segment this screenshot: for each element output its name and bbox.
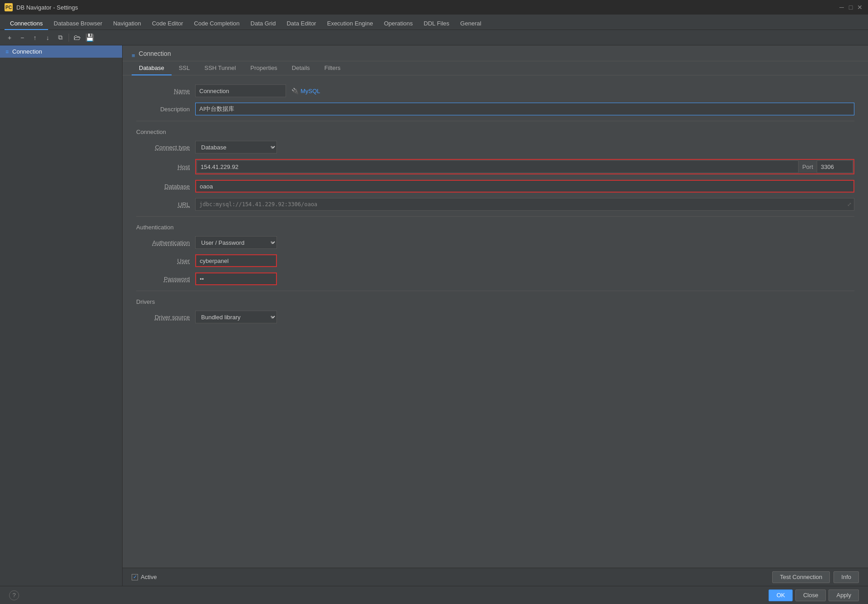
url-row: URL ⤢ [136, 198, 854, 211]
description-row: Description [136, 103, 854, 115]
close-button[interactable]: ✕ [856, 4, 863, 11]
content-area: ≡ Connection Database SSL SSH Tunnel Pro… [123, 45, 868, 586]
url-wrapper: ⤢ [195, 198, 854, 211]
sub-tab-ssh-tunnel[interactable]: SSH Tunnel [197, 61, 243, 75]
host-port-group: Port [195, 159, 854, 174]
tab-connections[interactable]: Connections [5, 18, 48, 30]
driver-source-label: Driver source [136, 314, 195, 321]
title-bar-left: PC DB Navigator - Settings [5, 3, 78, 11]
url-label: URL [136, 201, 195, 208]
toolbar: + − ↑ ↓ ⧉ 🗁 💾 [0, 30, 868, 45]
active-checkbox[interactable] [132, 574, 138, 580]
main-layout: ≡ Connection ≡ Connection Database SSL S… [0, 45, 868, 586]
test-connection-button[interactable]: Test Connection [772, 571, 830, 583]
password-input[interactable] [195, 272, 277, 285]
apply-button[interactable]: Apply [829, 589, 859, 601]
driver-source-select[interactable]: Bundled library [195, 311, 277, 323]
tab-general[interactable]: General [455, 18, 487, 30]
driver-source-row: Driver source Bundled library [136, 311, 854, 323]
authentication-row: Authentication User / Password [136, 236, 854, 249]
tab-navigation[interactable]: Navigation [108, 18, 146, 30]
info-button[interactable]: Info [833, 571, 859, 583]
tab-code-completion[interactable]: Code Completion [188, 18, 245, 30]
port-input[interactable] [817, 160, 853, 173]
active-label: Active [141, 574, 157, 580]
sidebar: ≡ Connection [0, 45, 123, 586]
user-input[interactable] [195, 254, 277, 267]
connect-type-select-wrapper: Database [195, 141, 277, 153]
close-dialog-button[interactable]: Close [795, 589, 826, 601]
name-input[interactable] [195, 84, 286, 97]
minimize-button[interactable]: ─ [838, 4, 845, 11]
connection-section-header: Connection [136, 129, 854, 135]
tab-data-editor[interactable]: Data Editor [281, 18, 321, 30]
divider-3 [136, 291, 854, 291]
description-input[interactable] [195, 103, 854, 115]
connect-type-label: Connect type [136, 144, 195, 151]
sub-tab-ssl[interactable]: SSL [172, 61, 197, 75]
bottom-right: Test Connection Info [772, 571, 859, 583]
main-tab-bar: Connections Database Browser Navigation … [0, 15, 868, 30]
sub-tab-filters[interactable]: Filters [317, 61, 348, 75]
description-label: Description [136, 106, 195, 113]
sub-tab-details[interactable]: Details [285, 61, 317, 75]
database-input[interactable] [195, 180, 854, 193]
expand-icon[interactable]: ⤢ [847, 201, 852, 208]
action-buttons: OK Close Apply [769, 589, 859, 601]
divider-2 [136, 216, 854, 217]
url-input[interactable] [195, 198, 854, 211]
tab-operations[interactable]: Operations [379, 18, 419, 30]
host-row: Host Port [136, 159, 854, 174]
save-button[interactable]: 💾 [84, 32, 96, 43]
connection-icon: ≡ [5, 49, 9, 55]
driver-source-select-wrapper: Bundled library [195, 311, 277, 323]
database-row: Database [136, 180, 854, 193]
sub-tab-bar: Database SSL SSH Tunnel Properties Detai… [123, 61, 868, 75]
window-title: DB Navigator - Settings [16, 4, 78, 11]
user-label: User [136, 257, 195, 264]
db-type-label: 🔌 MySQL [291, 88, 320, 94]
database-label: Database [136, 183, 195, 190]
user-row: User [136, 254, 854, 267]
remove-connection-button[interactable]: − [16, 32, 28, 43]
app-icon: PC [5, 3, 13, 11]
move-down-button[interactable]: ↓ [42, 32, 54, 43]
tab-ddl-files[interactable]: DDL Files [418, 18, 455, 30]
copy-button[interactable]: ⧉ [54, 32, 66, 43]
active-checkbox-wrapper: Active [132, 574, 157, 580]
tab-execution-engine[interactable]: Execution Engine [321, 18, 378, 30]
port-label: Port [799, 163, 817, 170]
ok-button[interactable]: OK [769, 589, 793, 601]
host-input[interactable] [197, 160, 799, 173]
content-header-title: Connection [139, 50, 171, 61]
connect-type-select[interactable]: Database [195, 141, 277, 153]
maximize-button[interactable]: □ [847, 4, 854, 11]
tab-data-grid[interactable]: Data Grid [245, 18, 281, 30]
content-header: ≡ Connection [123, 45, 868, 61]
divider-1 [136, 121, 854, 121]
tab-code-editor[interactable]: Code Editor [147, 18, 189, 30]
auth-select[interactable]: User / Password [195, 236, 277, 249]
move-up-button[interactable]: ↑ [29, 32, 41, 43]
action-bar: ? OK Close Apply [0, 586, 868, 604]
sub-tab-database[interactable]: Database [132, 61, 172, 75]
name-row: Name 🔌 MySQL [136, 84, 854, 97]
content-header-icon: ≡ [132, 52, 135, 59]
drivers-section-header: Drivers [136, 298, 854, 305]
form-area: Name 🔌 MySQL Description Connection Conn… [123, 75, 868, 568]
add-connection-button[interactable]: + [4, 32, 15, 43]
sidebar-item-connection[interactable]: ≡ Connection [0, 45, 122, 58]
toolbar-separator [69, 34, 69, 42]
auth-select-wrapper: User / Password [195, 236, 277, 249]
sub-tab-properties[interactable]: Properties [243, 61, 285, 75]
tab-database-browser[interactable]: Database Browser [48, 18, 108, 30]
connect-type-row: Connect type Database [136, 141, 854, 153]
name-label: Name [136, 88, 195, 94]
password-label: Password [136, 276, 195, 282]
title-bar: PC DB Navigator - Settings ─ □ ✕ [0, 0, 868, 15]
authentication-label: Authentication [136, 239, 195, 246]
folder-button[interactable]: 🗁 [71, 32, 83, 43]
sidebar-item-label: Connection [12, 48, 42, 55]
help-button[interactable]: ? [9, 590, 19, 600]
db-type-text: MySQL [301, 88, 320, 94]
